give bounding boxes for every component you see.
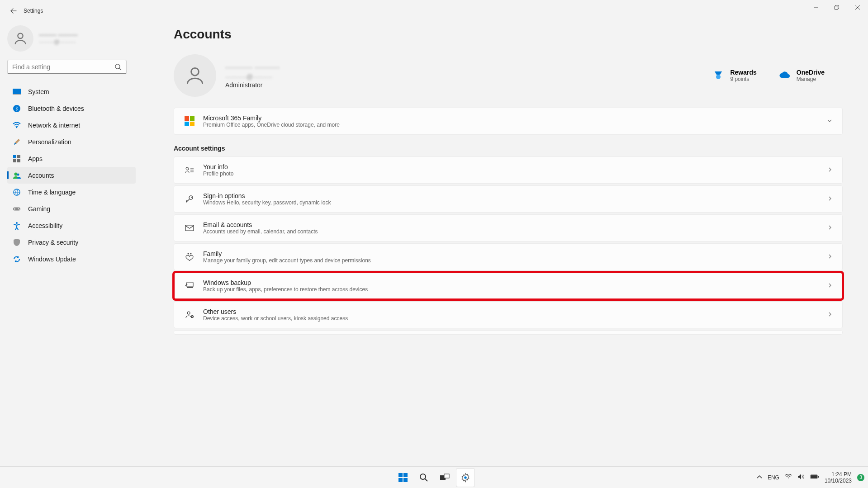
gamepad-icon bbox=[13, 205, 21, 213]
svg-rect-27 bbox=[187, 287, 193, 288]
nav-accessibility[interactable]: Accessibility bbox=[7, 217, 136, 234]
card-sub: Manage your family group, edit account t… bbox=[203, 257, 371, 264]
svg-rect-10 bbox=[17, 159, 20, 162]
taskbar-settings[interactable] bbox=[456, 468, 475, 487]
systray-battery-icon[interactable] bbox=[810, 474, 819, 481]
systray-language[interactable]: ENG bbox=[768, 474, 779, 481]
setting-windows-backup[interactable]: Windows backup Back up your files, apps,… bbox=[174, 272, 843, 299]
svg-rect-33 bbox=[403, 478, 408, 482]
svg-rect-7 bbox=[13, 155, 16, 158]
svg-point-20 bbox=[186, 167, 189, 170]
svg-rect-26 bbox=[187, 282, 193, 287]
svg-rect-32 bbox=[398, 478, 403, 482]
svg-rect-36 bbox=[444, 474, 449, 478]
nav-label: Windows Update bbox=[28, 256, 76, 263]
setting-other-users[interactable]: Other users Device access, work or schoo… bbox=[174, 301, 843, 328]
systray-wifi-icon[interactable] bbox=[785, 474, 792, 481]
page-title: Accounts bbox=[174, 27, 843, 42]
onedrive-tile[interactable]: OneDrive Manage bbox=[778, 69, 825, 82]
maximize-button[interactable] bbox=[826, 0, 847, 14]
search-input[interactable] bbox=[8, 63, 126, 71]
nav-label: Accounts bbox=[28, 172, 54, 179]
chevron-down-icon bbox=[827, 118, 832, 125]
close-button[interactable] bbox=[847, 0, 868, 14]
person-card-icon bbox=[185, 166, 194, 174]
nav-label: Bluetooth & devices bbox=[28, 105, 84, 112]
nav-label: Time & language bbox=[28, 189, 76, 196]
nav-label: System bbox=[28, 88, 49, 95]
nav-personalization[interactable]: Personalization bbox=[7, 133, 136, 150]
onedrive-icon bbox=[778, 69, 791, 82]
minimize-button[interactable] bbox=[806, 0, 826, 14]
setting-family[interactable]: Family Manage your family group, edit ac… bbox=[174, 243, 843, 270]
task-view[interactable] bbox=[435, 468, 454, 487]
card-sub: Windows Hello, security key, password, d… bbox=[203, 199, 331, 206]
svg-point-16 bbox=[19, 209, 20, 210]
nav-update[interactable]: Windows Update bbox=[7, 251, 136, 267]
onedrive-sub: Manage bbox=[797, 76, 825, 82]
onedrive-title: OneDrive bbox=[797, 69, 825, 76]
start-button[interactable] bbox=[394, 468, 413, 487]
svg-point-24 bbox=[188, 253, 189, 255]
chevron-right-icon bbox=[828, 225, 832, 232]
accounts-icon bbox=[13, 171, 21, 180]
card-title: Email & accounts bbox=[203, 221, 318, 228]
chevron-right-icon bbox=[828, 312, 832, 318]
account-email: ············@··········· bbox=[225, 73, 280, 81]
card-title: Other users bbox=[203, 308, 348, 315]
svg-rect-3 bbox=[13, 89, 21, 94]
minimize-icon bbox=[814, 5, 818, 9]
taskbar-search[interactable] bbox=[414, 468, 433, 487]
setting-partial-next[interactable] bbox=[174, 330, 843, 335]
paintbrush-icon bbox=[13, 138, 21, 146]
nav-apps[interactable]: Apps bbox=[7, 150, 136, 167]
svg-point-11 bbox=[14, 172, 18, 175]
search-icon bbox=[114, 63, 122, 71]
shield-icon bbox=[13, 238, 21, 246]
svg-point-22 bbox=[191, 197, 192, 198]
search-box[interactable] bbox=[7, 60, 127, 74]
systray-expand[interactable] bbox=[757, 474, 762, 481]
notification-badge[interactable]: 3 bbox=[857, 474, 864, 481]
rewards-tile[interactable]: Rewards 9 points bbox=[712, 69, 756, 82]
svg-point-6 bbox=[16, 127, 18, 128]
key-icon bbox=[185, 194, 194, 204]
wifi-icon bbox=[13, 121, 21, 129]
nav-system[interactable]: System bbox=[7, 83, 136, 100]
nav-label: Apps bbox=[28, 155, 43, 162]
account-name: ············ ··········· bbox=[225, 63, 280, 72]
nav-label: Gaming bbox=[28, 205, 50, 213]
card-title: Your info bbox=[203, 163, 233, 171]
nav-network[interactable]: Network & internet bbox=[7, 117, 136, 133]
nav-privacy[interactable]: Privacy & security bbox=[7, 234, 136, 251]
maximize-icon bbox=[835, 5, 839, 9]
setting-signin-options[interactable]: Sign-in options Windows Hello, security … bbox=[174, 185, 843, 213]
nav-label: Network & internet bbox=[28, 122, 80, 129]
setting-your-info[interactable]: Your info Profile photo bbox=[174, 156, 843, 184]
nav-gaming[interactable]: Gaming bbox=[7, 200, 136, 217]
nav-accounts[interactable]: Accounts bbox=[7, 167, 136, 184]
windows-icon bbox=[398, 473, 408, 483]
systray-volume-icon[interactable] bbox=[797, 474, 805, 481]
window-title: Settings bbox=[24, 8, 43, 14]
nav-bluetooth[interactable]: Bluetooth & devices bbox=[7, 100, 136, 117]
card-sub: Device access, work or school users, kio… bbox=[203, 315, 348, 322]
svg-point-5 bbox=[13, 105, 20, 112]
sidebar-user[interactable]: ·········· ··········· ··········@······… bbox=[7, 25, 136, 52]
account-avatar bbox=[174, 54, 216, 97]
svg-rect-4 bbox=[13, 94, 21, 95]
ms365-card[interactable]: Microsoft 365 Family Premium Office apps… bbox=[174, 108, 843, 135]
systray-clock[interactable]: 1:24 PM 10/10/2023 bbox=[825, 471, 852, 484]
chevron-right-icon bbox=[828, 167, 832, 174]
backup-icon bbox=[185, 282, 194, 290]
svg-point-28 bbox=[187, 312, 190, 314]
setting-email-accounts[interactable]: Email & accounts Accounts used by email,… bbox=[174, 214, 843, 242]
nav-time-language[interactable]: Time & language bbox=[7, 184, 136, 200]
rewards-sub: 9 points bbox=[730, 76, 756, 82]
back-button[interactable] bbox=[6, 4, 21, 18]
svg-point-18 bbox=[191, 68, 199, 76]
mail-icon bbox=[185, 225, 194, 231]
apps-icon bbox=[13, 155, 21, 163]
chevron-right-icon bbox=[828, 254, 832, 261]
svg-point-12 bbox=[17, 173, 19, 175]
